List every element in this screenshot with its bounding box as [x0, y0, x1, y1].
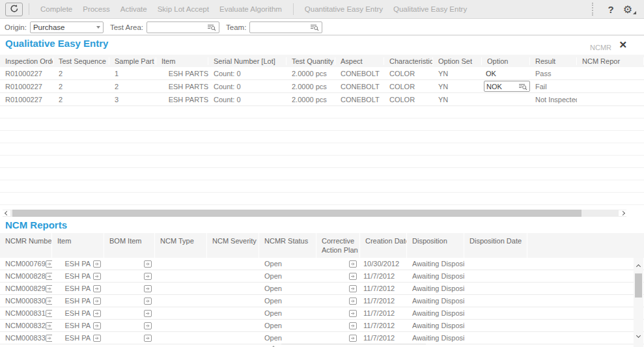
link-arrow-icon[interactable]	[144, 298, 152, 305]
toolbar-button-complete[interactable]: Complete	[35, 5, 77, 13]
close-icon[interactable]: ✕	[619, 39, 627, 51]
pane-splitter[interactable]	[272, 341, 435, 347]
link-arrow-icon[interactable]	[46, 298, 52, 305]
cell-bom-item	[104, 298, 155, 305]
link-arrow-icon[interactable]	[144, 322, 152, 329]
scroll-left-button[interactable]	[3, 210, 10, 216]
cell-test-quantity: 2.0000 pcs	[287, 70, 335, 77]
toolbar-button-evaluate-algorithm[interactable]: Evaluate Algorithm	[214, 5, 287, 13]
ncm-report-row[interactable]: NCM000831ESH PAOpen11/7/2012Awaiting Dis…	[0, 307, 644, 320]
horizontal-scrollbar-thumb[interactable]	[12, 210, 581, 217]
column-header: Test Sequence	[53, 57, 109, 65]
link-arrow-icon[interactable]	[46, 322, 52, 329]
link-arrow-icon[interactable]	[349, 298, 357, 305]
test-area-input[interactable]	[147, 21, 219, 33]
qualitative-section-title: Qualitative Easy Entry	[5, 38, 108, 49]
cell-option: NOK	[482, 81, 530, 92]
cell-inspection-order: R01000227	[0, 83, 53, 90]
column-header: Option Set	[433, 57, 482, 65]
link-arrow-icon[interactable]	[144, 273, 152, 280]
ncm-report-row[interactable]: NCM000829ESH PAOpen11/7/2012Awaiting Dis…	[0, 283, 644, 295]
lookup-icon[interactable]	[207, 23, 216, 31]
column-header: Test Quantity	[287, 57, 335, 65]
cell-ncmr-number: NCM000830	[0, 297, 52, 305]
link-arrow-icon[interactable]	[93, 273, 101, 280]
cell-test-quantity: 2.0000 pcs	[287, 96, 335, 104]
link-arrow-icon[interactable]	[144, 310, 152, 317]
scroll-right-button[interactable]	[619, 210, 626, 216]
qualitative-row[interactable]: R0100022723ESH PARTSCount: 02.0000 pcsCO…	[0, 93, 644, 106]
toolbar: CompleteProcessActivateSkip Lot AcceptEv…	[0, 0, 644, 19]
toolbar-divider	[29, 3, 29, 15]
item-value: ESH PA	[64, 297, 91, 305]
ncmr-number-value: NCM000833	[5, 334, 46, 342]
column-header: Serial Number [Lot]	[208, 57, 287, 65]
cell-corrective-action-plan	[316, 285, 360, 292]
link-arrow-icon[interactable]	[46, 260, 52, 268]
lookup-icon[interactable]	[310, 23, 319, 31]
cell-inspection-order: R01000227	[0, 96, 53, 104]
link-arrow-icon[interactable]	[349, 310, 357, 317]
link-arrow-icon[interactable]	[46, 310, 52, 317]
link-arrow-icon[interactable]	[349, 260, 357, 268]
link-arrow-icon[interactable]	[46, 273, 52, 280]
link-arrow-icon[interactable]	[46, 285, 52, 292]
link-arrow-icon[interactable]	[93, 298, 101, 305]
scroll-up-button[interactable]	[634, 262, 643, 271]
ncmr-number-value: NCM000828	[5, 272, 46, 280]
ncm-report-row[interactable]: NCM000832ESH PAOpen11/7/2012Awaiting Dis…	[0, 320, 644, 332]
cell-serial-number-lot: Count: 0	[208, 96, 287, 104]
ncm-report-row[interactable]: NCM000828ESH PAOpen11/7/2012Awaiting Dis…	[0, 270, 644, 283]
link-arrow-icon[interactable]	[349, 273, 357, 280]
splitter-line	[281, 344, 426, 344]
link-arrow-icon[interactable]	[349, 335, 357, 342]
settings-button[interactable]: ⚙	[621, 3, 639, 16]
link-arrow-icon[interactable]	[93, 310, 101, 317]
link-arrow-icon[interactable]	[349, 322, 357, 329]
cell-ncmr-status: Open	[259, 285, 316, 292]
link-arrow-icon[interactable]	[46, 335, 52, 342]
scroll-down-button[interactable]	[634, 331, 643, 340]
toolbar-divider	[293, 3, 294, 15]
vertical-scrollbar[interactable]	[634, 258, 643, 347]
vertical-scrollbar-thumb[interactable]	[635, 273, 642, 298]
origin-select[interactable]: Purchase	[30, 21, 104, 33]
lookup-icon[interactable]	[518, 83, 527, 90]
link-arrow-icon[interactable]	[144, 285, 152, 292]
horizontal-scrollbar[interactable]	[3, 210, 626, 217]
cell-item: ESH PARTS	[156, 70, 208, 77]
cell-bom-item	[104, 322, 155, 329]
cell-corrective-action-plan	[316, 322, 360, 329]
item-value: ESH PA	[64, 260, 91, 268]
cell-item: ESH PA	[52, 260, 104, 268]
link-arrow-icon[interactable]	[93, 285, 101, 292]
cell-ncmr-number: NCM000769	[0, 260, 52, 268]
link-arrow-icon[interactable]	[144, 335, 152, 342]
option-input[interactable]: NOK	[484, 81, 530, 92]
link-arrow-icon[interactable]	[93, 260, 101, 268]
toolbar-button-activate[interactable]: Activate	[115, 5, 152, 13]
toolbar-button-qualitative-easy-entry[interactable]: Qualitative Easy Entry	[388, 5, 472, 13]
team-input[interactable]	[249, 21, 322, 33]
qualitative-row[interactable]: R0100022721ESH PARTSCount: 02.0000 pcsCO…	[0, 67, 644, 80]
link-arrow-icon[interactable]	[93, 335, 101, 342]
cell-option: OK	[482, 70, 530, 77]
toolbar-button-quantitative-easy-entry[interactable]: Quantitative Easy Entry	[300, 5, 388, 13]
link-arrow-icon[interactable]	[144, 260, 152, 268]
column-header: Sample Part	[109, 57, 156, 65]
refresh-button[interactable]	[5, 3, 23, 16]
cell-creation-date: 11/7/2012	[360, 322, 407, 329]
link-arrow-icon[interactable]	[93, 322, 101, 329]
toolbar-button-process[interactable]: Process	[77, 5, 115, 13]
qualitative-row[interactable]: R0100022722ESH PARTSCount: 02.0000 pcsCO…	[0, 80, 644, 93]
ncm-report-row[interactable]: NCM000830ESH PAOpen11/7/2012Awaiting Dis…	[0, 295, 644, 307]
cell-item: ESH PARTS	[156, 96, 208, 104]
option-value: OK	[484, 70, 496, 77]
help-icon[interactable]: ?	[601, 4, 620, 15]
toolbar-button-skip-lot-accept[interactable]: Skip Lot Accept	[152, 5, 214, 13]
qualitative-table-header: Inspection OrderTest SequenceSample Part…	[0, 55, 644, 67]
ncm-report-row[interactable]: NCM000769ESH PAOpen10/30/2012Awaiting Di…	[0, 258, 644, 270]
link-arrow-icon[interactable]	[349, 285, 357, 292]
cell-disposition: Awaiting Dispositi	[407, 272, 464, 280]
quality-control-window: CompleteProcessActivateSkip Lot AcceptEv…	[0, 0, 644, 347]
